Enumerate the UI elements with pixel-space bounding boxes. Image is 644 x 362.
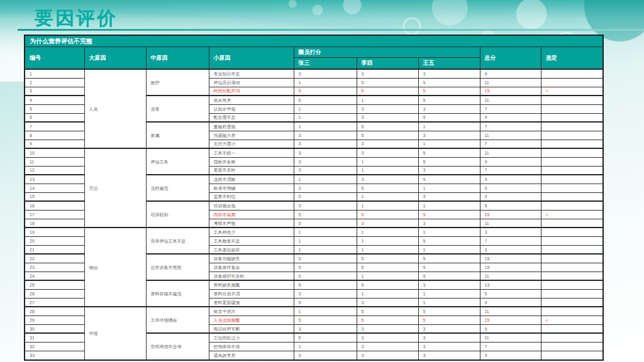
score-cell: 3 <box>418 351 480 361</box>
score-cell: 1 <box>357 272 418 280</box>
table-row: 19物品营养评估工具不足工具种类少1113 <box>25 228 603 236</box>
selected-cell <box>541 184 603 192</box>
col-header-selected: 选定 <box>541 47 603 70</box>
score-cell: 3 <box>294 131 357 140</box>
score-cell: 5 <box>294 263 357 272</box>
selected-cell <box>541 245 603 254</box>
row-number-cell: 29 <box>25 315 84 324</box>
col-header-minor: 小原因 <box>209 47 294 70</box>
selected-cell <box>541 122 603 131</box>
minor-cause-cell: 工位间距过小 <box>209 333 294 342</box>
total-cell: 15 <box>480 254 541 263</box>
row-number-cell: 18 <box>25 219 84 228</box>
middle-cause-cell: 营养评估工具不足 <box>146 228 209 254</box>
row-number-cell: 4 <box>25 96 84 104</box>
selected-cell <box>541 236 603 245</box>
selected-cell <box>541 272 603 280</box>
score-cell: 5 <box>418 254 480 263</box>
score-cell: 5 <box>357 87 418 96</box>
score-cell: 5 <box>418 210 480 219</box>
score-cell: 5 <box>294 87 357 96</box>
score-cell: 3 <box>418 104 480 113</box>
row-number-cell: 32 <box>25 342 84 351</box>
score-cell: 3 <box>418 166 480 175</box>
selected-cell <box>541 289 603 298</box>
col-header-rater-2: 李四 <box>357 58 418 70</box>
score-cell: 1 <box>294 78 357 87</box>
minor-cause-cell: 标准不明确 <box>209 184 294 192</box>
score-cell: 3 <box>357 175 418 184</box>
selected-cell <box>541 113 603 122</box>
score-cell: 5 <box>418 307 480 315</box>
score-cell: 3 <box>357 298 418 307</box>
middle-cause-cell: 工作环境嘈杂 <box>146 307 209 333</box>
row-number-cell: 24 <box>25 272 84 280</box>
score-cell: 3 <box>357 324 418 333</box>
score-cell: 5 <box>357 307 418 315</box>
score-cell: 1 <box>294 307 357 315</box>
row-number-cell: 13 <box>25 175 84 184</box>
score-cell: 1 <box>357 192 418 201</box>
total-cell: 11 <box>480 333 541 342</box>
score-cell: 3 <box>418 131 480 140</box>
middle-cause-cell: 医护 <box>146 69 209 96</box>
major-cause-cell: 环境 <box>84 307 146 360</box>
minor-cause-cell: 设备功能缺失 <box>209 254 294 263</box>
score-cell: 5 <box>357 280 418 289</box>
total-cell: 7 <box>480 342 541 351</box>
total-cell: 7 <box>480 104 541 113</box>
selected-cell <box>541 166 603 175</box>
minor-cause-cell: 资料更新缓慢 <box>209 298 294 307</box>
score-cell: 1 <box>294 245 357 254</box>
factor-evaluation-table-wrap: 为什么营养评估不完整 编号 大原因 中原因 小原因 圈员打分 总分 选定 张三 … <box>24 35 604 361</box>
middle-cause-cell: 患者 <box>146 96 209 122</box>
score-cell: 5 <box>418 96 480 104</box>
minor-cause-cell: 电话铃声不断 <box>209 324 294 333</box>
middle-cause-cell: 空间布局不合理 <box>146 333 209 360</box>
total-cell: 11 <box>480 307 541 315</box>
minor-cause-cell: 指标不全面 <box>209 157 294 166</box>
row-number-cell: 3 <box>25 87 84 96</box>
score-cell: 3 <box>294 324 357 333</box>
selected-cell: √ <box>541 210 603 219</box>
score-cell: 3 <box>294 184 357 192</box>
score-cell: 3 <box>294 289 357 298</box>
score-cell: 5 <box>357 263 418 272</box>
minor-cause-cell: 人员流动频繁 <box>209 315 294 324</box>
col-header-rater-1: 张三 <box>294 58 357 70</box>
major-cause-cell: 方法 <box>84 148 146 228</box>
row-number-cell: 21 <box>25 245 84 254</box>
total-cell: 15 <box>480 315 541 324</box>
selected-cell <box>541 192 603 201</box>
score-cell: 1 <box>294 104 357 113</box>
score-cell: 1 <box>294 236 357 245</box>
score-cell: 1 <box>357 236 418 245</box>
major-cause-cell: 人员 <box>84 69 146 148</box>
score-cell: 1 <box>357 201 418 210</box>
minor-cause-cell: 工具老旧损坏 <box>209 245 294 254</box>
row-number-cell: 1 <box>25 69 84 78</box>
selected-cell <box>541 148 603 157</box>
total-cell: 7 <box>480 236 541 245</box>
total-cell: 9 <box>480 113 541 122</box>
minor-cause-cell: 依从性差 <box>209 96 294 104</box>
total-cell: 7 <box>480 166 541 175</box>
score-cell: 1 <box>418 122 480 131</box>
middle-cause-cell: 培训机制 <box>146 201 209 228</box>
selected-cell <box>541 307 603 315</box>
minor-cause-cell: 考核不严格 <box>209 219 294 228</box>
minor-cause-cell: 监督不到位 <box>209 192 294 201</box>
score-cell: 1 <box>357 157 418 166</box>
col-header-rater-3: 王五 <box>418 58 480 70</box>
score-cell: 3 <box>294 351 357 361</box>
minor-cause-cell: 专业知识不足 <box>209 69 294 78</box>
total-cell: 9 <box>480 69 541 78</box>
row-number-cell: 28 <box>25 307 84 315</box>
row-number-cell: 17 <box>25 210 84 219</box>
selected-cell <box>541 228 603 236</box>
selected-cell <box>541 280 603 289</box>
score-cell: 5 <box>294 96 357 104</box>
score-cell: 3 <box>357 148 418 157</box>
selected-cell <box>541 254 603 263</box>
score-cell: 3 <box>294 148 357 157</box>
